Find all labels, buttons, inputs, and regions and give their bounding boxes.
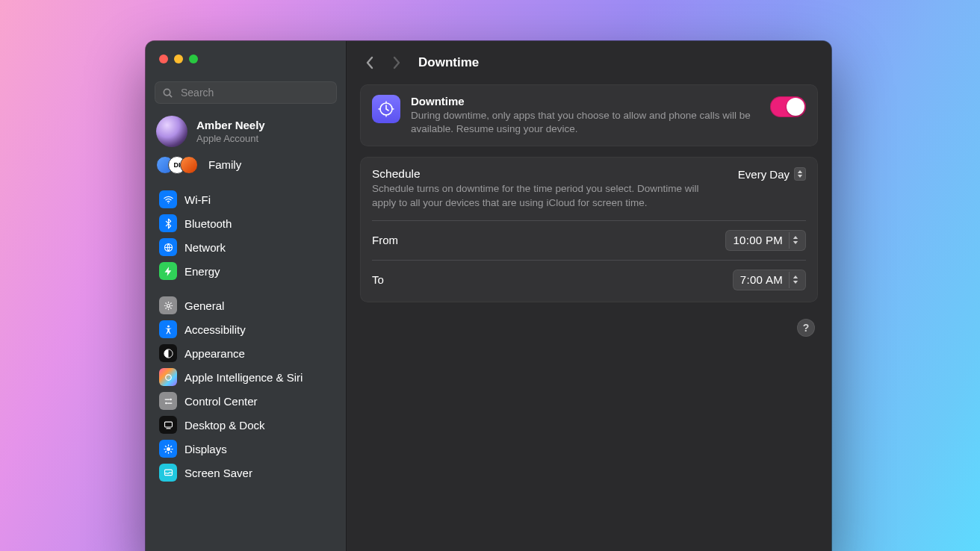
svg-point-5 <box>167 325 170 327</box>
sidebar-item-label: Energy <box>184 265 220 278</box>
accessibility-icon <box>159 320 177 338</box>
sidebar-item-network[interactable]: Network <box>152 235 340 259</box>
family-label: Family <box>208 158 241 171</box>
sidebar-item-label: General <box>184 299 224 312</box>
sidebar-item-displays[interactable]: Displays <box>152 437 340 461</box>
svg-marker-17 <box>793 236 798 239</box>
sidebar-item-label: Network <box>184 241 226 254</box>
wifi-icon <box>159 190 177 208</box>
sidebar-item-label: Accessibility <box>184 323 246 336</box>
svg-marker-19 <box>793 276 798 278</box>
sidebar-item-appearance[interactable]: Appearance <box>152 341 340 365</box>
sidebar: Amber Neely Apple Account DI Family Wi-F… <box>146 41 347 551</box>
avatar <box>156 116 187 147</box>
settings-window: Amber Neely Apple Account DI Family Wi-F… <box>146 41 831 551</box>
account-subtitle: Apple Account <box>196 133 265 144</box>
sidebar-item-account[interactable]: Amber Neely Apple Account <box>146 107 346 152</box>
from-time-stepper[interactable]: 10:00 PM <box>725 230 806 251</box>
downtime-card: Downtime During downtime, only apps that… <box>360 84 818 146</box>
downtime-description: During downtime, only apps that you choo… <box>411 109 760 136</box>
to-time-value: 7:00 AM <box>740 273 783 286</box>
search-icon <box>162 87 173 99</box>
close-button[interactable] <box>159 55 168 63</box>
sidebar-item-label: Bluetooth <box>184 217 232 230</box>
sidebar-item-label: Wi-Fi <box>184 193 211 206</box>
from-time-value: 10:00 PM <box>733 234 783 246</box>
bluetooth-icon <box>159 214 177 232</box>
chevron-up-down-icon <box>794 167 806 181</box>
energy-icon <box>159 262 177 280</box>
svg-point-0 <box>164 89 170 95</box>
svg-marker-15 <box>798 171 802 174</box>
sidebar-item-wifi[interactable]: Wi-Fi <box>152 187 340 211</box>
help-button[interactable]: ? <box>797 319 815 337</box>
to-time-stepper[interactable]: 7:00 AM <box>733 270 806 290</box>
minimize-button[interactable] <box>174 55 183 63</box>
content-pane: Downtime Downtime During downtime, onl <box>347 41 831 551</box>
schedule-description: Schedule turns on downtime for the time … <box>372 182 723 209</box>
schedule-mode-popup[interactable]: Every Day <box>738 167 806 181</box>
family-avatars: DI <box>156 156 199 172</box>
network-icon <box>159 238 177 256</box>
sidebar-item-screen-saver[interactable]: Screen Saver <box>152 461 340 485</box>
svg-point-12 <box>167 447 170 451</box>
page-title: Downtime <box>418 55 479 70</box>
svg-marker-16 <box>798 175 802 178</box>
schedule-card: Schedule Schedule turns on downtime for … <box>360 157 818 302</box>
downtime-title: Downtime <box>411 95 760 108</box>
svg-point-8 <box>170 398 172 400</box>
control-center-icon <box>159 392 177 410</box>
svg-marker-18 <box>793 241 798 244</box>
svg-point-2 <box>167 202 168 203</box>
sidebar-group: General Accessibility Appearance Apple I… <box>146 289 346 491</box>
svg-point-7 <box>165 374 171 380</box>
sidebar-item-label: Control Center <box>184 395 258 408</box>
sidebar-item-control-center[interactable]: Control Center <box>152 389 340 413</box>
sidebar-item-label: Appearance <box>184 347 245 360</box>
content-header: Downtime <box>347 44 831 81</box>
sidebar-item-general[interactable]: General <box>152 293 340 317</box>
from-label: From <box>372 234 398 246</box>
svg-rect-10 <box>164 422 172 427</box>
sidebar-item-desktop-dock[interactable]: Desktop & Dock <box>152 413 340 437</box>
nav-forward-button[interactable] <box>388 52 405 74</box>
gear-icon <box>159 296 177 314</box>
nav-back-button[interactable] <box>362 52 378 74</box>
window-controls <box>146 41 346 77</box>
desktop-dock-icon <box>159 416 177 434</box>
sidebar-item-label: Screen Saver <box>184 467 252 479</box>
schedule-mode-value: Every Day <box>738 168 790 181</box>
sidebar-item-energy[interactable]: Energy <box>152 259 340 283</box>
stepper-arrows-icon <box>789 272 803 288</box>
sidebar-item-label: Desktop & Dock <box>184 419 265 432</box>
sidebar-item-bluetooth[interactable]: Bluetooth <box>152 211 340 235</box>
to-label: To <box>372 273 384 286</box>
schedule-title: Schedule <box>372 167 723 181</box>
svg-point-4 <box>167 304 170 307</box>
screen-saver-icon <box>159 464 177 482</box>
sidebar-group: Wi-Fi Bluetooth Network <box>146 181 346 289</box>
sidebar-item-family[interactable]: DI Family <box>146 152 346 181</box>
displays-icon <box>159 440 177 458</box>
sidebar-item-apple-intelligence-siri[interactable]: Apple Intelligence & Siri <box>152 365 340 389</box>
search-input[interactable] <box>179 86 329 99</box>
sidebar-item-accessibility[interactable]: Accessibility <box>152 317 340 341</box>
siri-icon <box>159 368 177 386</box>
account-name: Amber Neely <box>196 119 265 133</box>
svg-rect-11 <box>166 428 170 429</box>
help-label: ? <box>803 322 810 334</box>
zoom-button[interactable] <box>189 55 198 63</box>
search-field[interactable] <box>155 81 337 104</box>
appearance-icon <box>159 344 177 362</box>
svg-point-9 <box>165 402 167 404</box>
stepper-arrows-icon <box>789 232 803 249</box>
sidebar-item-label: Displays <box>184 443 227 455</box>
sidebar-item-label: Apple Intelligence & Siri <box>184 371 303 384</box>
downtime-icon <box>372 95 400 123</box>
svg-line-1 <box>170 94 172 96</box>
downtime-toggle[interactable] <box>770 96 806 117</box>
svg-marker-20 <box>793 281 798 284</box>
